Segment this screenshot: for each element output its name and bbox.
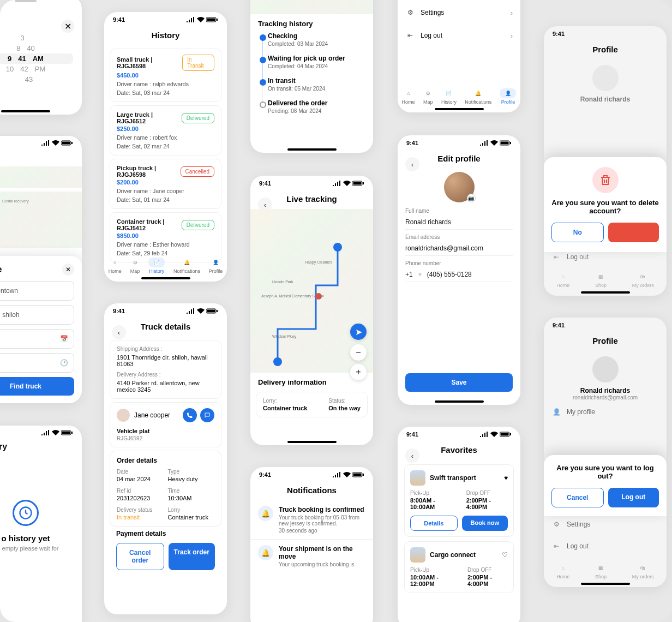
book-now-button[interactable]: Book now (462, 516, 508, 531)
dropoff-input[interactable]: ge cir. shiloh (0, 305, 74, 325)
history-card[interactable]: Small truck | RJGJ6598In Transit $450.00… (110, 49, 221, 102)
tab-shop: ▦Shop (595, 272, 607, 288)
notification-item[interactable]: 🔔 Your shipment is on the moveYour upcom… (250, 540, 373, 573)
details-button[interactable]: Details (410, 516, 458, 531)
find-truck-button[interactable]: Find truck (0, 377, 74, 396)
menu-logout: ⇤Log out (544, 246, 667, 268)
zoom-out-button[interactable]: − (350, 344, 367, 361)
svg-point-17 (273, 357, 282, 366)
clock-icon: 🕐 (60, 359, 68, 367)
back-button[interactable]: ‹ (112, 325, 126, 339)
back-button[interactable]: ‹ (405, 157, 419, 171)
tab-history[interactable]: 📄History (148, 258, 165, 274)
home-indicator (287, 441, 337, 443)
timeline-step: In transitOn transit: 05 Mar 2024 (258, 77, 365, 99)
heart-icon[interactable]: ♥ (504, 474, 508, 482)
time-input[interactable]: 🕐 (0, 353, 74, 373)
cancel-order-button[interactable]: Cancel order (116, 543, 164, 570)
svg-rect-8 (207, 19, 215, 21)
home-indicator (435, 108, 484, 110)
menu-logout[interactable]: ⇤Log out› (398, 24, 520, 47)
timeline-step: CheckingCompleted: 03 Mar 2024 (258, 32, 365, 55)
tab-orders: 🛍My orders (632, 563, 654, 579)
chevron-right-icon: › (511, 9, 513, 17)
page-title: Map (0, 148, 82, 166)
notification-item[interactable]: 🔔 Truck booking is confirmedYour truck b… (250, 500, 373, 539)
svg-rect-4 (62, 432, 70, 434)
logout-icon: ⇤ (405, 31, 415, 40)
history-card[interactable]: Pickup truck | RJGJ6598Cancelled $200.00… (110, 159, 221, 209)
svg-rect-14 (353, 182, 362, 185)
tab-home[interactable]: ⌂Home (402, 88, 415, 105)
trash-icon (592, 167, 619, 193)
page-title: Profile (544, 331, 667, 351)
home-indicator (141, 277, 190, 279)
map-preview: Live tracking (250, 0, 373, 14)
status-time: 9:41 (259, 180, 271, 187)
status-time: 9:41 (113, 16, 125, 23)
phone-input[interactable]: +1▾(405) 555-0128 (405, 267, 513, 282)
email-input[interactable]: ronaldrichards@gmail.com (405, 241, 513, 256)
zoom-in-button[interactable]: + (350, 364, 367, 380)
close-icon[interactable]: ✕ (61, 20, 74, 33)
status-icons (480, 140, 512, 146)
locate-button[interactable]: ➤ (350, 324, 367, 340)
svg-rect-12 (217, 310, 218, 312)
menu-logout: ⇤Log out (544, 535, 667, 558)
call-button[interactable] (183, 408, 197, 422)
camera-icon[interactable]: 📷 (467, 194, 476, 202)
save-button[interactable]: Save (405, 373, 513, 392)
logout-confirm-button[interactable]: Log out (608, 488, 659, 507)
tab-orders: 🛍My orders (632, 272, 654, 288)
date-input[interactable]: 📅 (0, 329, 74, 349)
close-icon[interactable]: ✕ (62, 264, 74, 276)
picker-row: 43 (0, 74, 73, 85)
pin-icon: ⊙ (130, 258, 140, 267)
svg-rect-27 (510, 433, 511, 435)
tab-notifications[interactable]: 🔔Notifications (465, 88, 491, 105)
track-order-button[interactable]: Track order (169, 543, 215, 570)
pickup-input[interactable]: d. allentown (0, 281, 74, 301)
empty-body: t is empty please wait for (0, 545, 59, 552)
tab-notifications[interactable]: 🔔Notifications (173, 258, 200, 274)
bell-icon: 🔔 (473, 88, 483, 98)
tab-history[interactable]: 📄History (441, 88, 457, 105)
status-time: 9:41 (113, 308, 125, 314)
live-map[interactable]: Happy Cleaners Lincoln Park Joseph A. Mc… (250, 209, 373, 373)
message-button[interactable] (200, 408, 214, 422)
bell-icon: 🔔 (182, 258, 191, 267)
tab-profile[interactable]: 👤Profile (209, 258, 223, 274)
history-card[interactable]: Large truck | RJGJ6512Delivered $250.00 … (110, 105, 221, 156)
clock-icon (13, 500, 39, 526)
status-badge: Delivered (182, 113, 214, 123)
fullname-input[interactable]: Ronald richards (405, 215, 513, 230)
home-indicator (581, 583, 630, 585)
status-icons (187, 308, 218, 314)
no-button[interactable]: No (551, 223, 604, 242)
page-title: History (0, 438, 82, 456)
avatar (592, 65, 619, 91)
home-icon: ⌂ (110, 258, 120, 267)
bell-icon: 🔔 (258, 506, 273, 521)
back-button[interactable]: ‹ (405, 448, 419, 463)
picker-row-selected[interactable]: 941AM (0, 53, 73, 64)
favorite-card: Swift transport♥ Pick-Up8:00AM - 10:00AM… (404, 464, 514, 537)
picker-row: 1042PM (0, 64, 73, 74)
tab-map[interactable]: ⊙Map (130, 258, 140, 274)
tab-home[interactable]: ⌂Home (109, 258, 122, 274)
status-time: 9:41 (406, 431, 418, 438)
yes-button[interactable] (608, 223, 659, 242)
status-icons (187, 17, 218, 22)
menu-settings: ⚙Settings (544, 513, 667, 536)
cancel-button[interactable]: Cancel (551, 488, 604, 507)
tab-profile[interactable]: 👤Profile (500, 88, 516, 105)
menu-settings[interactable]: ⚙Settings› (398, 1, 520, 24)
avatar (592, 356, 619, 382)
page-title: Notifications (250, 480, 373, 500)
page-title: History (104, 25, 227, 45)
svg-rect-2 (71, 142, 73, 144)
heart-icon[interactable]: ♡ (502, 551, 508, 559)
map-view[interactable]: Costal recovery (0, 166, 82, 248)
driver-name: Jane cooper (134, 411, 170, 419)
tab-map[interactable]: ⊙Map (423, 88, 433, 105)
